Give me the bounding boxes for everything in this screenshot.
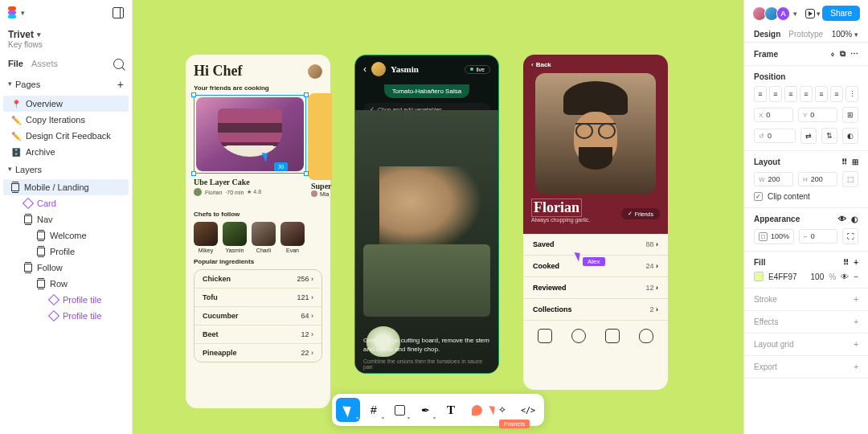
canvas[interactable]: Hi Chef Your friends are cooking Xi Ube … <box>133 0 743 434</box>
host-avatar <box>371 62 386 76</box>
autolayout-icon[interactable]: ⠿ <box>841 158 847 166</box>
x-input[interactable]: X0 <box>754 108 793 122</box>
tab-file[interactable]: File <box>8 59 23 68</box>
text-tool[interactable]: T <box>439 398 463 422</box>
flip-h-icon[interactable]: ⇄ <box>800 128 817 144</box>
rotation-input[interactable]: ↺0 <box>754 129 796 143</box>
y-input[interactable]: Y0 <box>798 108 837 122</box>
chef-tile: Mikey <box>194 222 218 253</box>
chevron-down-icon[interactable]: ▾ <box>21 9 25 17</box>
section-title: Position <box>754 72 858 81</box>
layer-item[interactable]: Nav <box>3 211 129 227</box>
options-icon[interactable]: ⬨ <box>830 49 835 59</box>
layer-item[interactable]: Profile tile <box>3 292 129 308</box>
fill-pct[interactable]: 100 <box>811 272 825 281</box>
comment-tool[interactable] <box>465 398 489 422</box>
layer-item[interactable]: Profile <box>3 244 129 260</box>
page-item-overview[interactable]: 📍Overview <box>3 96 129 112</box>
resize-handle[interactable] <box>304 171 309 176</box>
add-fill-icon[interactable]: + <box>854 258 858 267</box>
more-icon[interactable]: ⋯ <box>850 49 858 59</box>
align-bottom-icon[interactable]: ≡ <box>830 86 843 102</box>
opacity-input[interactable]: □100% <box>754 229 794 244</box>
flip-v-icon[interactable]: ⇅ <box>821 128 837 144</box>
fill-section: Fill ⠿+ E4FF97 100 % 👁 − <box>744 252 868 289</box>
align-top-icon[interactable]: ≡ <box>800 86 813 102</box>
align-hcenter-icon[interactable]: ≡ <box>769 86 782 102</box>
height-input[interactable]: H200 <box>798 172 837 186</box>
page-item[interactable]: ✏️Design Crit Feedback <box>3 128 129 144</box>
layer-item[interactable]: Follow <box>3 260 129 276</box>
layer-item[interactable]: Row <box>3 276 129 292</box>
corner-detail-icon[interactable]: ⛶ <box>842 228 858 244</box>
chef-icon <box>639 329 653 343</box>
add-page-icon[interactable]: + <box>117 78 124 91</box>
user-avatar-icon[interactable]: A <box>776 6 791 21</box>
frame-icon <box>37 231 45 240</box>
shape-tool[interactable]: ▾ <box>387 398 411 422</box>
layers-header[interactable]: ▾Layers <box>0 160 132 179</box>
chevron-down-icon[interactable]: ▾ <box>817 10 821 18</box>
eye-icon[interactable]: 👁 <box>838 215 846 223</box>
tab-assets[interactable]: Assets <box>31 59 58 68</box>
clip-checkbox[interactable]: ✓ <box>754 192 763 201</box>
styles-icon[interactable]: ⠿ <box>843 258 849 267</box>
share-button[interactable]: Share <box>822 6 860 21</box>
chevron-left-icon: ‹ <box>531 61 534 68</box>
effects-section[interactable]: Effects+ <box>744 311 868 334</box>
pen-tool[interactable]: ✒▾ <box>413 398 437 422</box>
link-dims-icon[interactable]: ⬚ <box>842 171 858 187</box>
align-vcenter-icon[interactable]: ≡ <box>815 86 828 102</box>
corner-input[interactable]: ⌐0 <box>799 229 837 244</box>
layer-item[interactable]: Welcome <box>3 227 129 244</box>
remove-fill-icon[interactable]: − <box>854 272 858 281</box>
selected-card[interactable]: Xi <box>194 95 306 174</box>
appearance-section: Appearance 👁◐ □100% ⌐0 ⛶ <box>744 208 868 252</box>
tab-prototype[interactable]: Prototype <box>788 30 823 39</box>
present-button[interactable] <box>805 9 815 18</box>
distribute-icon[interactable]: ⋮ <box>845 86 858 102</box>
copy-icon[interactable]: ⧉ <box>840 49 845 59</box>
resize-handle[interactable] <box>191 171 196 176</box>
figma-logo-icon[interactable] <box>8 6 18 19</box>
export-section[interactable]: Export+ <box>744 356 868 379</box>
frame-type[interactable]: Frame <box>754 50 778 59</box>
fill-hex[interactable]: E4FF97 <box>768 272 806 281</box>
align-left-icon[interactable]: ≡ <box>754 86 767 102</box>
stroke-section[interactable]: Stroke+ <box>744 289 868 311</box>
move-tool[interactable]: ▾ <box>336 398 360 422</box>
panel-toggle-icon[interactable] <box>113 7 124 18</box>
layer-item[interactable]: Profile tile <box>3 308 129 324</box>
more-icon[interactable]: ◐ <box>842 128 858 144</box>
page-item[interactable]: 🗄️Archive <box>3 144 129 160</box>
page-item[interactable]: ✏️Copy Iterations <box>3 112 129 128</box>
search-icon[interactable] <box>113 59 124 69</box>
chevron-down-icon[interactable]: ▾ <box>37 31 41 39</box>
resize-handle[interactable] <box>191 92 196 97</box>
resize-handle[interactable] <box>304 92 309 97</box>
layer-item[interactable]: Mobile / Landing <box>3 179 129 195</box>
layer-item[interactable]: Card <box>3 195 129 211</box>
grid-icon[interactable]: ⊞ <box>852 158 858 166</box>
eye-icon[interactable]: 👁 <box>841 272 849 281</box>
ingredient-row: Tofu121 › <box>194 289 321 307</box>
back-link: ‹Back <box>531 61 660 68</box>
pages-header[interactable]: ▾Pages + <box>0 73 132 96</box>
project-header[interactable]: Trivet▾ Key flows <box>0 26 132 54</box>
blend-icon[interactable]: ◐ <box>851 215 858 223</box>
bottom-toolbar: ▾ #▾ ▾ ✒▾ T ✧ </> Francis <box>332 394 544 426</box>
chevron-down-icon[interactable]: ▾ <box>793 10 797 18</box>
tab-design[interactable]: Design <box>754 30 780 39</box>
align-right-icon[interactable]: ≡ <box>784 86 797 102</box>
zoom-level[interactable]: 100% ▾ <box>832 30 858 39</box>
constraints-icon[interactable]: ⊞ <box>842 107 858 123</box>
frame-tool[interactable]: #▾ <box>362 398 386 422</box>
width-input[interactable]: W200 <box>754 172 793 186</box>
frame-live-video[interactable]: ‹ Yasmin live Tomato-Habañero Salsa ✓Cho… <box>354 55 499 374</box>
layout-grid-section[interactable]: Layout grid+ <box>744 334 868 356</box>
frame-mobile-landing[interactable]: Hi Chef Your friends are cooking Xi Ube … <box>186 55 330 408</box>
section-heading: Popular ingredients <box>194 258 322 265</box>
fill-swatch[interactable] <box>754 272 764 281</box>
frame-profile[interactable]: ‹Back Florian Always chopping garlic. ✓F… <box>523 55 668 390</box>
dev-mode-tool[interactable]: </> <box>516 398 540 422</box>
